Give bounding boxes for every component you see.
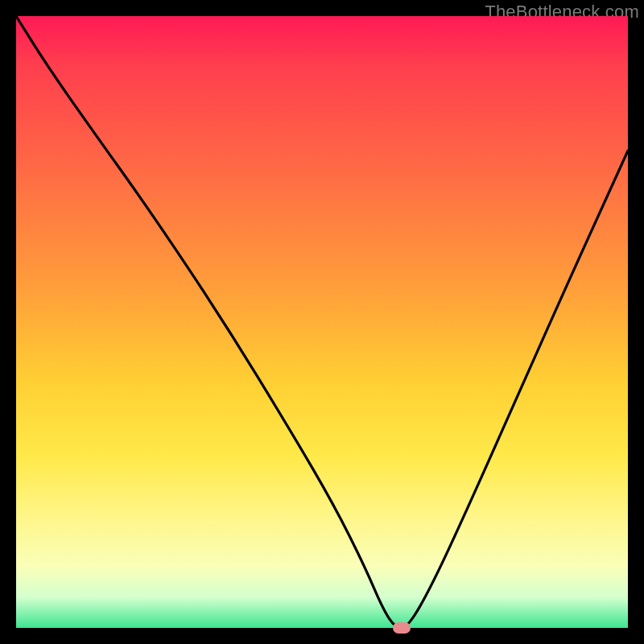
plot-area — [16, 16, 628, 628]
curve-svg — [16, 16, 628, 628]
chart-frame: TheBottleneck.com — [0, 0, 644, 644]
bottleneck-curve — [16, 16, 628, 628]
optimum-marker — [393, 622, 411, 634]
